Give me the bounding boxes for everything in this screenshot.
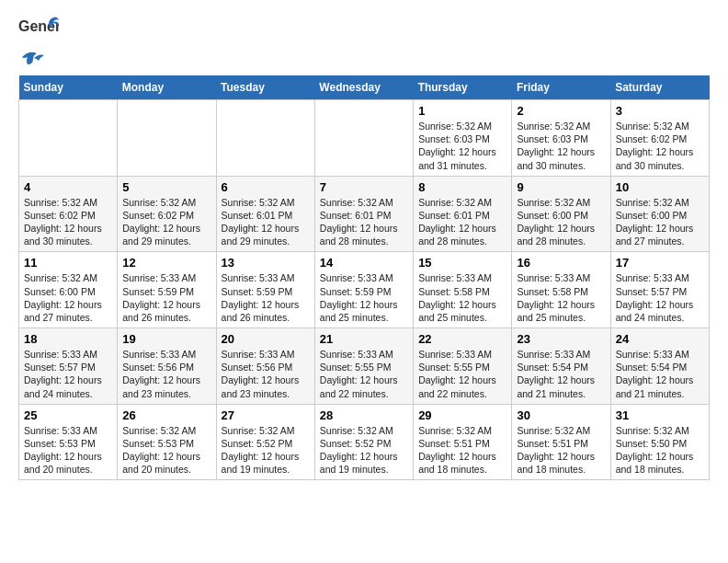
calendar-cell: 12Sunrise: 5:33 AM Sunset: 5:59 PM Dayli… [118,252,216,328]
day-number: 23 [517,332,605,346]
day-info: Sunrise: 5:32 AM Sunset: 6:01 PM Dayligh… [320,196,408,248]
day-number: 17 [616,256,704,270]
header-row: SundayMondayTuesdayWednesdayThursdayFrid… [19,75,710,100]
day-info: Sunrise: 5:33 AM Sunset: 5:58 PM Dayligh… [517,271,605,324]
day-info: Sunrise: 5:33 AM Sunset: 5:58 PM Dayligh… [418,271,506,324]
calendar-cell: 3Sunrise: 5:32 AM Sunset: 6:02 PM Daylig… [610,100,709,177]
day-number: 31 [616,408,704,422]
day-info: Sunrise: 5:32 AM Sunset: 6:03 PM Dayligh… [418,120,506,172]
day-number: 30 [517,408,605,422]
calendar-cell: 14Sunrise: 5:33 AM Sunset: 5:59 PM Dayli… [314,252,413,328]
day-number: 19 [122,332,210,346]
calendar-cell: 13Sunrise: 5:33 AM Sunset: 5:59 PM Dayli… [216,252,314,328]
day-info: Sunrise: 5:32 AM Sunset: 6:03 PM Dayligh… [517,120,605,172]
day-info: Sunrise: 5:32 AM Sunset: 6:01 PM Dayligh… [222,196,310,248]
day-number: 5 [122,180,210,194]
day-number: 1 [418,104,506,118]
page-header: General [18,15,710,68]
calendar-cell: 8Sunrise: 5:32 AM Sunset: 6:01 PM Daylig… [414,176,512,252]
calendar-cell [19,100,118,177]
day-number: 21 [320,332,408,346]
calendar-cell: 9Sunrise: 5:32 AM Sunset: 6:00 PM Daylig… [512,176,610,252]
week-row-4: 18Sunrise: 5:33 AM Sunset: 5:57 PM Dayli… [19,328,710,405]
day-info: Sunrise: 5:33 AM Sunset: 5:59 PM Dayligh… [222,271,310,324]
calendar-cell: 25Sunrise: 5:33 AM Sunset: 5:53 PM Dayli… [19,404,118,480]
week-row-3: 11Sunrise: 5:32 AM Sunset: 6:00 PM Dayli… [19,252,710,328]
day-info: Sunrise: 5:32 AM Sunset: 6:00 PM Dayligh… [24,271,112,324]
day-number: 20 [222,332,310,346]
day-info: Sunrise: 5:32 AM Sunset: 6:01 PM Dayligh… [418,196,506,248]
day-info: Sunrise: 5:32 AM Sunset: 5:50 PM Dayligh… [616,424,704,477]
day-info: Sunrise: 5:33 AM Sunset: 5:53 PM Dayligh… [24,424,112,477]
day-info: Sunrise: 5:33 AM Sunset: 5:56 PM Dayligh… [122,348,210,400]
col-header-tuesday: Tuesday [216,75,314,100]
col-header-saturday: Saturday [610,75,709,100]
day-number: 15 [418,256,506,270]
calendar-cell: 23Sunrise: 5:33 AM Sunset: 5:54 PM Dayli… [512,328,610,405]
day-number: 11 [24,256,112,270]
day-info: Sunrise: 5:33 AM Sunset: 5:56 PM Dayligh… [222,348,310,400]
day-info: Sunrise: 5:32 AM Sunset: 5:53 PM Dayligh… [122,424,210,477]
day-number: 10 [616,180,704,194]
calendar-cell [314,100,413,177]
calendar-cell: 2Sunrise: 5:32 AM Sunset: 6:03 PM Daylig… [512,100,610,177]
day-number: 12 [122,256,210,270]
calendar-cell [118,100,216,177]
day-number: 29 [418,408,506,422]
col-header-monday: Monday [118,75,216,100]
logo-icon: General [18,15,59,48]
day-number: 18 [24,332,112,346]
week-row-1: 1Sunrise: 5:32 AM Sunset: 6:03 PM Daylig… [19,100,710,177]
week-row-5: 25Sunrise: 5:33 AM Sunset: 5:53 PM Dayli… [19,404,710,480]
calendar-cell: 30Sunrise: 5:32 AM Sunset: 5:51 PM Dayli… [512,404,610,480]
day-number: 2 [517,104,605,118]
day-number: 14 [320,256,408,270]
calendar-cell: 31Sunrise: 5:32 AM Sunset: 5:50 PM Dayli… [610,404,709,480]
calendar-cell: 28Sunrise: 5:32 AM Sunset: 5:52 PM Dayli… [314,404,413,480]
calendar-cell: 19Sunrise: 5:33 AM Sunset: 5:56 PM Dayli… [118,328,216,405]
day-info: Sunrise: 5:33 AM Sunset: 5:55 PM Dayligh… [320,348,408,400]
col-header-friday: Friday [512,75,610,100]
calendar-cell: 4Sunrise: 5:32 AM Sunset: 6:02 PM Daylig… [19,176,118,252]
day-info: Sunrise: 5:33 AM Sunset: 5:59 PM Dayligh… [320,271,408,324]
calendar-cell: 21Sunrise: 5:33 AM Sunset: 5:55 PM Dayli… [314,328,413,405]
calendar-cell: 29Sunrise: 5:32 AM Sunset: 5:51 PM Dayli… [414,404,512,480]
day-info: Sunrise: 5:32 AM Sunset: 6:00 PM Dayligh… [517,196,605,248]
day-number: 4 [24,180,112,194]
day-number: 22 [418,332,506,346]
day-info: Sunrise: 5:32 AM Sunset: 6:02 PM Dayligh… [616,120,704,172]
day-info: Sunrise: 5:32 AM Sunset: 6:02 PM Dayligh… [122,196,210,248]
day-info: Sunrise: 5:32 AM Sunset: 5:51 PM Dayligh… [517,424,605,477]
col-header-wednesday: Wednesday [314,75,413,100]
calendar-cell: 1Sunrise: 5:32 AM Sunset: 6:03 PM Daylig… [414,100,512,177]
col-header-sunday: Sunday [19,75,118,100]
day-info: Sunrise: 5:33 AM Sunset: 5:54 PM Dayligh… [517,348,605,400]
calendar-cell: 18Sunrise: 5:33 AM Sunset: 5:57 PM Dayli… [19,328,118,405]
day-number: 7 [320,180,408,194]
day-number: 16 [517,256,605,270]
day-number: 6 [222,180,310,194]
calendar-cell: 11Sunrise: 5:32 AM Sunset: 6:00 PM Dayli… [19,252,118,328]
calendar-cell: 22Sunrise: 5:33 AM Sunset: 5:55 PM Dayli… [414,328,512,405]
day-info: Sunrise: 5:32 AM Sunset: 6:00 PM Dayligh… [616,196,704,248]
day-info: Sunrise: 5:33 AM Sunset: 5:59 PM Dayligh… [122,271,210,324]
calendar-cell: 6Sunrise: 5:32 AM Sunset: 6:01 PM Daylig… [216,176,314,252]
day-info: Sunrise: 5:32 AM Sunset: 6:02 PM Dayligh… [24,196,112,248]
day-number: 8 [418,180,506,194]
calendar-cell: 7Sunrise: 5:32 AM Sunset: 6:01 PM Daylig… [314,176,413,252]
logo-bird-icon [20,50,48,68]
week-row-2: 4Sunrise: 5:32 AM Sunset: 6:02 PM Daylig… [19,176,710,252]
logo: General [18,15,59,68]
day-number: 24 [616,332,704,346]
col-header-thursday: Thursday [414,75,512,100]
day-info: Sunrise: 5:33 AM Sunset: 5:54 PM Dayligh… [616,348,704,400]
day-number: 28 [320,408,408,422]
calendar-cell: 10Sunrise: 5:32 AM Sunset: 6:00 PM Dayli… [610,176,709,252]
day-info: Sunrise: 5:32 AM Sunset: 5:52 PM Dayligh… [222,424,310,477]
day-info: Sunrise: 5:33 AM Sunset: 5:57 PM Dayligh… [24,348,112,400]
day-number: 3 [616,104,704,118]
calendar-cell: 26Sunrise: 5:32 AM Sunset: 5:53 PM Dayli… [118,404,216,480]
calendar-cell: 15Sunrise: 5:33 AM Sunset: 5:58 PM Dayli… [414,252,512,328]
calendar-cell: 17Sunrise: 5:33 AM Sunset: 5:57 PM Dayli… [610,252,709,328]
calendar-cell: 27Sunrise: 5:32 AM Sunset: 5:52 PM Dayli… [216,404,314,480]
